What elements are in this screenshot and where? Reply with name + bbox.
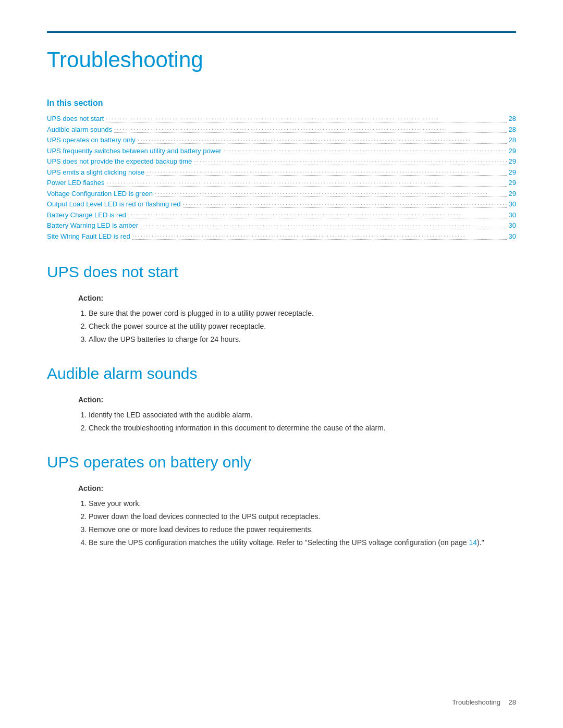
toc-dots: ........................................…	[107, 177, 507, 187]
list-item: Power down the load devices connected to…	[89, 511, 516, 522]
toc-dots: ........................................…	[106, 113, 506, 122]
toc-link[interactable]: UPS operates on battery only	[47, 135, 136, 145]
toc-page-number: 29	[509, 167, 516, 178]
list-item: Check the troubleshooting information in…	[89, 423, 516, 434]
toc-row: UPS does not provide the expected backup…	[47, 156, 516, 167]
toc-page-number: 28	[509, 125, 516, 135]
ups-battery-only-list: Save your work. Power down the load devi…	[89, 498, 516, 548]
toc-link[interactable]: Output Load Level LED is red or flashing…	[47, 199, 181, 209]
toc-section: In this section UPS does not start......…	[47, 97, 516, 241]
list-item: Be sure that the power cord is plugged i…	[89, 308, 516, 319]
toc-dots: ........................................…	[183, 198, 507, 208]
toc-row: Audible alarm sounds....................…	[47, 125, 516, 135]
toc-link[interactable]: UPS does not provide the expected backup…	[47, 156, 192, 167]
toc-page-number: 29	[509, 189, 516, 199]
action-label-3: Action:	[78, 483, 516, 494]
toc-page-number: 30	[509, 231, 516, 242]
top-border	[47, 31, 516, 33]
toc-page-number: 29	[509, 156, 516, 167]
toc-dots: ........................................…	[194, 155, 506, 165]
toc-dots: ........................................…	[128, 208, 507, 218]
toc-dots: ........................................…	[224, 144, 507, 154]
toc-row: Voltage Configuration LED is green......…	[47, 189, 516, 199]
footer-separator	[504, 697, 506, 708]
toc-link[interactable]: Battery Warning LED is amber	[47, 220, 138, 231]
list-item: Remove one or more load devices to reduc…	[89, 524, 516, 535]
section-audible-alarm-sounds: Audible alarm sounds Action: Identify th…	[47, 362, 516, 434]
page: Troubleshooting In this section UPS does…	[0, 0, 563, 728]
toc-link[interactable]: Power LED flashes	[47, 178, 105, 188]
action-label-2: Action:	[78, 394, 516, 405]
toc-link[interactable]: UPS frequently switches between utility …	[47, 146, 222, 156]
audible-alarm-list: Identify the LED associated with the aud…	[89, 410, 516, 434]
footer-page: 28	[509, 697, 516, 708]
action-label-1: Action:	[78, 293, 516, 304]
list-item: Identify the LED associated with the aud…	[89, 410, 516, 421]
list-item: Be sure the UPS configuration matches th…	[89, 537, 516, 548]
toc-rows: UPS does not start......................…	[47, 114, 516, 241]
toc-page-number: 28	[509, 114, 516, 124]
section-heading-ups-does-not-start: UPS does not start	[47, 260, 516, 283]
toc-link[interactable]: UPS emits a slight clicking noise	[47, 167, 144, 178]
toc-row: Power LED flashes.......................…	[47, 178, 516, 188]
section-heading-audible-alarm-sounds: Audible alarm sounds	[47, 362, 516, 385]
section-ups-does-not-start: UPS does not start Action: Be sure that …	[47, 260, 516, 345]
page-title: Troubleshooting	[47, 43, 516, 76]
toc-row: Site Wiring Fault LED is red............…	[47, 231, 516, 242]
toc-page-number: 29	[509, 178, 516, 188]
list-item: Check the power source at the utility po…	[89, 321, 516, 332]
toc-row: UPS does not start......................…	[47, 114, 516, 124]
toc-row: UPS frequently switches between utility …	[47, 146, 516, 156]
toc-link[interactable]: Audible alarm sounds	[47, 125, 112, 135]
toc-link[interactable]: Battery Charge LED is red	[47, 210, 126, 220]
toc-dots: ........................................…	[140, 219, 506, 229]
toc-dots: ........................................…	[132, 230, 507, 240]
toc-dots: ........................................…	[155, 187, 506, 197]
toc-page-number: 30	[509, 199, 516, 209]
footer: Troubleshooting 28	[452, 697, 516, 708]
toc-page-number: 28	[509, 135, 516, 145]
section-heading-ups-battery-only: UPS operates on battery only	[47, 450, 516, 474]
footer-text: Troubleshooting 28	[452, 697, 516, 708]
toc-page-number: 30	[509, 210, 516, 220]
toc-row: UPS emits a slight clicking noise.......…	[47, 167, 516, 178]
toc-row: Battery Warning LED is amber............…	[47, 220, 516, 231]
section-ups-operates-on-battery-only: UPS operates on battery only Action: Sav…	[47, 450, 516, 548]
footer-section: Troubleshooting	[452, 697, 500, 708]
toc-dots: ........................................…	[146, 166, 506, 176]
ups-does-not-start-list: Be sure that the power cord is plugged i…	[89, 308, 516, 345]
toc-heading: In this section	[47, 97, 516, 109]
toc-row: Battery Charge LED is red...............…	[47, 210, 516, 220]
toc-page-number: 30	[509, 220, 516, 231]
toc-link[interactable]: UPS does not start	[47, 114, 104, 124]
toc-dots: ........................................…	[114, 123, 507, 133]
toc-dots: ........................................…	[138, 134, 507, 144]
toc-row: UPS operates on battery only............…	[47, 135, 516, 145]
page-link-14[interactable]: 14	[469, 538, 478, 547]
list-item: Save your work.	[89, 498, 516, 509]
toc-page-number: 29	[509, 146, 516, 156]
list-item: Allow the UPS batteries to charge for 24…	[89, 334, 516, 345]
toc-row: Output Load Level LED is red or flashing…	[47, 199, 516, 209]
toc-link[interactable]: Voltage Configuration LED is green	[47, 189, 153, 199]
toc-link[interactable]: Site Wiring Fault LED is red	[47, 231, 130, 242]
